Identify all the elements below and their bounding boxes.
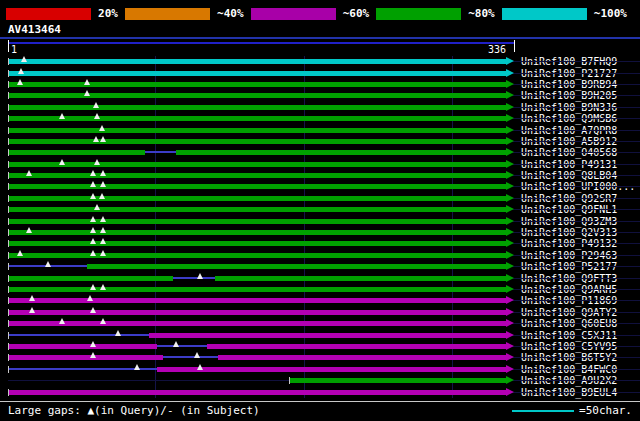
alignment-row[interactable]: UniRef100_C5YV95	[0, 341, 640, 352]
alignment-row[interactable]: UniRef100_Q9MSB6	[0, 113, 640, 124]
arrow-right-icon	[506, 137, 514, 145]
arrow-right-icon	[506, 205, 514, 213]
alignment-bar[interactable]	[8, 173, 506, 178]
arrow-right-icon	[506, 80, 514, 88]
hit-start-tick	[8, 252, 9, 259]
alignment-bar[interactable]	[8, 184, 506, 189]
alignment-bar[interactable]	[8, 287, 506, 292]
alignment-bar[interactable]	[8, 71, 506, 76]
alignment-bar[interactable]	[8, 93, 506, 98]
alignment-row[interactable]: UniRef100_P49132	[0, 238, 640, 249]
alignment-bar[interactable]	[8, 116, 506, 121]
alignment-row[interactable]: UniRef100_B9N3J6	[0, 102, 640, 113]
alignment-track	[8, 136, 506, 147]
alignment-row[interactable]: UniRef100_O40568	[0, 147, 640, 158]
alignment-bar[interactable]	[87, 264, 506, 269]
alignment-bar[interactable]	[8, 355, 163, 360]
hit-start-tick	[8, 275, 9, 282]
alignment-bar[interactable]	[215, 276, 506, 281]
hit-start-tick	[8, 127, 9, 134]
alignment-bar[interactable]	[207, 344, 506, 349]
alignment-track	[8, 250, 506, 261]
gap-line	[8, 334, 149, 336]
alignment-track	[8, 273, 506, 284]
alignment-bar[interactable]	[289, 378, 506, 383]
gap-triangle-icon	[100, 284, 106, 290]
alignment-bar[interactable]	[8, 207, 506, 212]
alignment-row[interactable]: UniRef100_A9U2X2	[0, 375, 640, 386]
alignment-row[interactable]: UniRef100_Q93ZM3	[0, 215, 640, 226]
alignment-row[interactable]: UniRef100_B9H205	[0, 90, 640, 101]
alignment-bar[interactable]	[8, 150, 145, 155]
alignment-row[interactable]: UniRef100_P29463	[0, 250, 640, 261]
alignment-row[interactable]: UniRef100_Q9FNL1	[0, 204, 640, 215]
arrow-right-icon	[506, 376, 514, 384]
query-end-coordinate: 336	[488, 44, 506, 55]
alignment-row[interactable]: UniRef100_Q8LB04	[0, 170, 640, 181]
alignment-bar[interactable]	[8, 139, 506, 144]
alignment-row[interactable]: UniRef100_A7QPR8	[0, 124, 640, 135]
alignment-bar[interactable]	[8, 321, 506, 326]
alignment-row[interactable]: UniRef100_B7FHQ9	[0, 56, 640, 67]
alignment-bar[interactable]	[8, 230, 506, 235]
alignment-bar[interactable]	[8, 219, 506, 224]
alignment-row[interactable]: UniRef100_B9EUL4	[0, 386, 640, 397]
gap-triangle-icon	[90, 341, 96, 347]
query-start-coordinate: 1	[11, 44, 17, 55]
alignment-row[interactable]: UniRef100_Q9ATY2	[0, 307, 640, 318]
arrow-right-icon	[506, 182, 514, 190]
alignment-row[interactable]: UniRef100_Q2V313	[0, 227, 640, 238]
alignment-rows: UniRef100_B7FHQ9UniRef100_P21727UniRef10…	[0, 56, 640, 398]
alignment-track	[8, 113, 506, 124]
alignment-row[interactable]: UniRef100_Q92SR7	[0, 193, 640, 204]
hit-start-tick	[8, 161, 9, 168]
alignment-bar[interactable]	[149, 333, 506, 338]
alignment-row[interactable]: UniRef100_Q9FTT3	[0, 272, 640, 283]
alignment-row[interactable]: UniRef100_UPI000...	[0, 181, 640, 192]
alignment-row[interactable]: UniRef100_P49131	[0, 159, 640, 170]
alignment-bar[interactable]	[218, 355, 506, 360]
alignment-bar[interactable]	[8, 59, 506, 64]
gap-triangle-icon	[90, 193, 96, 199]
alignment-bar[interactable]	[8, 310, 506, 315]
alignment-row[interactable]: UniRef100_Q9ARH5	[0, 284, 640, 295]
alignment-bar[interactable]	[8, 162, 506, 167]
alignment-track	[8, 295, 506, 306]
gap-triangle-icon	[94, 204, 100, 210]
hit-start-tick	[8, 320, 9, 327]
alignment-bar[interactable]	[157, 367, 506, 372]
alignment-bar[interactable]	[8, 128, 506, 133]
alignment-bar[interactable]	[8, 298, 506, 303]
arrow-right-icon	[506, 296, 514, 304]
alignment-row[interactable]: UniRef100_P21727	[0, 67, 640, 78]
hit-start-tick	[8, 286, 9, 293]
alignment-row[interactable]: UniRef100_Q60EU8	[0, 318, 640, 329]
scale-color-block	[251, 8, 336, 20]
alignment-row[interactable]: UniRef100_B9RB94	[0, 79, 640, 90]
alignment-bar[interactable]	[8, 253, 506, 258]
gap-triangle-icon	[197, 364, 203, 370]
alignment-row[interactable]: UniRef100_P52177	[0, 261, 640, 272]
arrow-right-icon	[506, 262, 514, 270]
gap-triangle-icon	[17, 79, 23, 85]
alignment-bar[interactable]	[8, 276, 173, 281]
alignment-bar[interactable]	[176, 150, 506, 155]
alignment-bar[interactable]	[8, 241, 506, 246]
alignment-row[interactable]: UniRef100_A5B912	[0, 136, 640, 147]
gap-triangle-icon	[29, 307, 35, 313]
alignment-bar[interactable]	[8, 390, 506, 395]
hit-start-tick	[8, 343, 9, 350]
alignment-row[interactable]: UniRef100_P11869	[0, 295, 640, 306]
alignment-bar[interactable]	[8, 105, 506, 110]
alignment-track	[8, 193, 506, 204]
alignment-bar[interactable]	[8, 82, 506, 87]
alignment-track	[8, 330, 506, 341]
alignment-row[interactable]: UniRef100_C5XJ11	[0, 329, 640, 340]
scale-color-block	[125, 8, 210, 20]
alignment-row[interactable]: UniRef100_B4FWC0	[0, 364, 640, 375]
alignment-row[interactable]: UniRef100_B6T5Y2	[0, 352, 640, 363]
hit-start-tick	[8, 115, 9, 122]
alignment-bar[interactable]	[8, 344, 157, 349]
arrow-right-icon	[506, 160, 514, 168]
alignment-bar[interactable]	[8, 196, 506, 201]
